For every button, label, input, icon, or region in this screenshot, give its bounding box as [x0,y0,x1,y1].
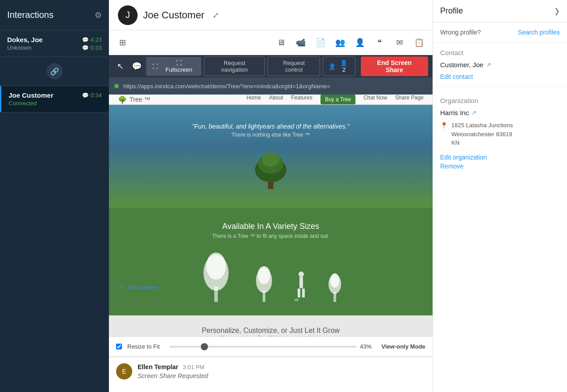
cursor-tool-button[interactable]: ↖ [113,59,127,73]
chat-icon-joe: 💬 [82,92,89,99]
nav-features[interactable]: Features [291,95,312,104]
nav-about[interactable]: About [269,95,283,104]
org-name: Harris Inc [440,109,469,116]
nav-home[interactable]: Home [247,95,261,104]
right-panel: Profile ❯ Wrong profile? Search profiles… [433,0,567,392]
svg-rect-12 [298,289,300,297]
request-navigation-button[interactable]: Request navigation [204,56,265,76]
resize-checkbox[interactable] [116,344,122,349]
nav-share-page[interactable]: Share Page [395,95,424,104]
svg-text:6ft: 6ft [294,298,299,302]
site-section2: Available In A Variety Sizes There is a … [109,208,433,315]
chat-icon-dokes: 💬 [82,37,89,43]
resize-label[interactable]: Resize to Fit [127,343,160,350]
website-simulation: 🌳 Tree ™ Home About Features Buy a Tree … [109,95,433,336]
wrong-profile-row: Wrong profile? Search profiles [433,22,567,43]
toolbar-script-icon[interactable]: 📄 [312,34,329,52]
section3-title: Personalize, Customize, or Just Let It G… [202,327,340,335]
end-screen-share-button[interactable]: End Screen Share [361,56,428,76]
org-external-link-icon[interactable]: ↗ [472,109,476,116]
screenshare-bottom: Resize to Fit 43% View-only Mode [109,336,433,356]
trees-variety: 6ft [198,248,344,302]
toolbar-clipboard-icon[interactable]: 📋 [410,34,428,52]
si-name-joe: Joe Customer [9,91,53,99]
link-icon: 🔗 [47,63,63,79]
zoom-percentage: 43% [360,343,372,350]
cursor-label: Joe Customer [127,284,158,290]
fullscreen-button[interactable]: ⛶ ⛶ Fullscreen [146,57,201,76]
section3-sub: You can make a Tree ™ into almost anythi… [221,335,320,336]
organization-section-label: Organization [433,90,567,107]
toolbar-participants-icon[interactable]: 👥 [331,34,349,52]
screenshare-viewport: 🌳 Tree ™ Home About Features Buy a Tree … [109,95,433,336]
right-panel-header: Profile ❯ [433,0,567,22]
svg-point-3 [262,152,280,167]
chat-tool-button[interactable]: 💬 [130,59,144,73]
screenshare-toolbar: ↖ 💬 ⛶ ⛶ Fullscreen Request navigation Re… [109,55,433,78]
nav-chat-now[interactable]: Chat Now [364,95,387,104]
site-nav: 🌳 Tree ™ Home About Features Buy a Tree … [109,95,433,105]
sidebar-item-dokes[interactable]: Dokes, Joe 💬 4:23 Unknown 💬 0:33 [0,30,109,57]
site-section3: Personalize, Customize, or Just Let It G… [109,315,433,336]
zoom-slider[interactable] [169,346,356,348]
contact-section-label: Contact [433,43,567,59]
nav-buy-tree[interactable]: Buy a Tree [320,95,355,104]
collapse-panel-icon[interactable]: ❯ [554,7,560,15]
svg-point-17 [330,273,339,288]
svg-point-9 [258,266,270,284]
si-sub-dokes: Unknown [7,44,31,51]
cursor-arrow-icon: ↖ [120,284,126,291]
tree-leaf-icon: 🌳 [118,95,127,104]
sidebar-item-joe[interactable]: Joe Customer 💬 0:34 Connected [0,86,109,112]
edit-organization-link[interactable]: Edit organization [440,154,560,161]
gear-icon[interactable]: ⚙ [95,10,102,20]
chat-section: E Ellen Templar 3:01 PM Screen Share Req… [109,356,433,392]
section-divider [433,86,567,87]
svg-rect-13 [302,289,305,297]
toolbar-compose-icon[interactable]: ✉ [390,34,408,52]
url-bar: https://apps.inindca.com/webchat/demo/Tr… [109,78,433,95]
site-nav-links: Home About Features Buy a Tree Chat Now … [247,95,424,104]
search-profiles-link[interactable]: Search profiles [518,29,560,36]
cobrowse-users-button[interactable]: 👤 👤 2 [323,56,355,76]
sidebar-header: Interactions ⚙ [0,0,109,30]
joe-customer-cursor: ↖ Joe Customer [120,284,158,291]
remove-org-link[interactable]: Remove [440,163,560,170]
org-name-row: Harris Inc ↗ [433,107,567,118]
section2-title: Available In A Variety Sizes [222,222,319,231]
toolbar-quote-icon[interactable]: ❝ [371,34,389,52]
profile-title: Profile [440,6,463,16]
chat-header: Ellen Templar 3:01 PM [138,363,425,370]
address-row: 📍 1825 Latasha Junctions Weissnatchester… [433,118,567,150]
contact-name: Customer, Joe [440,61,484,69]
popout-icon[interactable]: ⤢ [212,10,219,20]
chat-time: 3:01 PM [183,364,204,370]
chat-message: Screen Share Requested [138,372,425,379]
site-hero: "Fun, beautiful, and lightyears ahead of… [109,105,433,208]
si-time-joe: 💬 0:34 [82,92,102,99]
avatar: J [118,5,138,25]
fullscreen-icon: ⛶ [152,63,158,70]
hero-sub: There is nothing else like Tree ™ [231,132,310,138]
si-status-joe: Connected [9,100,37,107]
edit-contact-link[interactable]: Edit contact [433,70,567,83]
toolbar-video-icon[interactable]: 📹 [292,34,310,52]
si-time2-dokes: 💬 0:33 [82,44,102,51]
sidebar-title: Interactions [7,10,53,20]
wrong-profile-text: Wrong profile? [440,29,481,36]
contact-external-link-icon[interactable]: ↗ [486,61,491,68]
request-control-button[interactable]: Request control [268,56,320,76]
chat-icon2-dokes: 💬 [82,45,89,51]
toolbar-screenshare-icon[interactable]: 🖥 [272,34,290,52]
si-name-dokes: Dokes, Joe [7,36,43,43]
org-action-links: Edit organization Remove [433,150,567,173]
address-text: 1825 Latasha Junctions Weissnatchester 8… [451,121,513,147]
customer-name: Joe Customer [143,9,204,21]
toolbar-profile-icon[interactable]: 👤 [351,34,369,52]
sidebar: Interactions ⚙ Dokes, Joe 💬 4:23 Unknown… [0,0,109,392]
toolbar-cobrowse-icon[interactable]: ⊞ [113,34,131,52]
topbar: J Joe Customer ⤢ [109,0,433,30]
svg-rect-11 [299,277,303,288]
large-tree-svg [198,248,234,302]
main-area: J Joe Customer ⤢ ⊞ 🖥 📹 📄 👥 👤 ❝ ✉ 📋 ↖ 💬 ⛶… [109,0,433,392]
